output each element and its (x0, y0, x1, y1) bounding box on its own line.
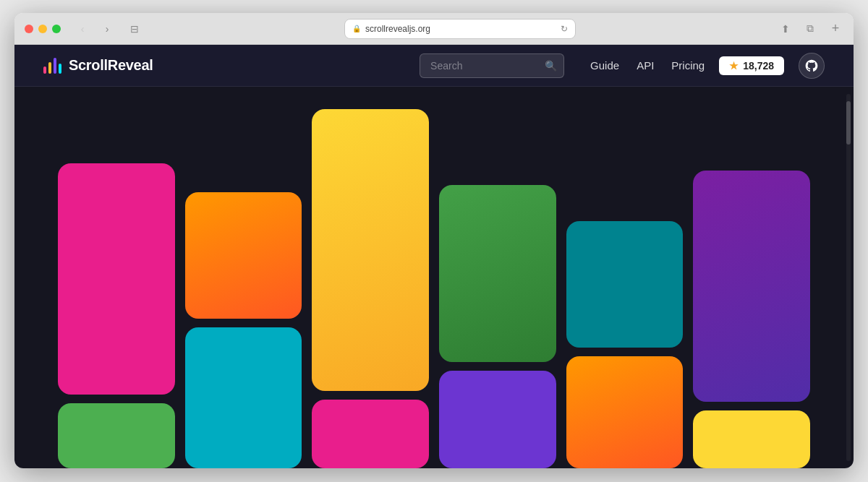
share-icon: ⬆ (781, 23, 790, 35)
color-block-green-1 (58, 403, 175, 468)
share-button[interactable]: ⬆ (775, 21, 796, 37)
color-block-purple-1 (439, 371, 556, 468)
scrollbar-thumb[interactable] (846, 101, 851, 145)
search-wrapper: 🔍 (420, 53, 564, 78)
star-icon: ★ (729, 60, 739, 72)
lock-icon: 🔒 (352, 25, 361, 33)
nav-link-guide[interactable]: Guide (590, 59, 619, 72)
color-block-yellow-2 (693, 410, 810, 468)
sidebar-toggle-button[interactable]: ⊟ (124, 21, 145, 37)
minimize-button[interactable] (38, 25, 47, 33)
sidebar-icon: ⊟ (130, 23, 139, 35)
color-block-pink-2 (312, 400, 429, 468)
github-button[interactable] (799, 53, 825, 79)
color-block-orange-1 (185, 192, 302, 319)
block-column-3 (312, 109, 429, 468)
color-block-yellow-1 (312, 109, 429, 391)
color-block-orange-2 (566, 356, 684, 468)
traffic-lights (25, 25, 61, 33)
site-navbar: ScrollReveal 🔍 Guide API Pricing ★ 18,72… (14, 45, 854, 87)
block-column-4 (439, 185, 556, 468)
site-main (14, 87, 854, 468)
browser-window: ‹ › ⊟ 🔒 scrollrevealjs.org ↻ ⬆ ⧉ (14, 13, 854, 468)
url-text: scrollrevealjs.org (365, 24, 430, 34)
stars-button[interactable]: ★ 18,728 (719, 56, 784, 75)
duplicate-icon: ⧉ (807, 22, 814, 35)
maximize-button[interactable] (52, 25, 61, 33)
block-column-6 (693, 171, 810, 468)
forward-button[interactable]: › (97, 21, 117, 37)
nav-link-api[interactable]: API (637, 59, 654, 72)
logo-icon (43, 58, 61, 74)
color-block-teal-2 (566, 221, 684, 348)
nav-links: Guide API Pricing (590, 59, 705, 72)
block-column-2 (185, 192, 302, 468)
reload-icon[interactable]: ↻ (561, 24, 568, 34)
logo-link[interactable]: ScrollReveal (43, 57, 153, 74)
block-column-1 (58, 163, 175, 468)
github-icon (804, 59, 819, 73)
forward-icon: › (106, 23, 109, 35)
back-button[interactable]: ‹ (72, 21, 93, 37)
color-block-purple-2 (693, 171, 810, 402)
logo-bar-3 (54, 58, 56, 74)
logo-bar-4 (59, 64, 61, 74)
color-block-pink-1 (58, 163, 175, 395)
logo-bar-1 (43, 66, 46, 74)
new-tab-icon: + (832, 21, 840, 36)
nav-link-pricing[interactable]: Pricing (671, 59, 705, 72)
website-content: ScrollReveal 🔍 Guide API Pricing ★ 18,72… (14, 45, 854, 468)
browser-titlebar: ‹ › ⊟ 🔒 scrollrevealjs.org ↻ ⬆ ⧉ (14, 13, 854, 45)
color-block-green-2 (439, 185, 556, 362)
logo-bar-2 (48, 62, 51, 74)
block-column-5 (566, 221, 684, 468)
search-icon: 🔍 (545, 60, 557, 72)
duplicate-button[interactable]: ⧉ (800, 21, 820, 37)
address-bar-wrapper: 🔒 scrollrevealjs.org ↻ (152, 19, 768, 39)
new-tab-button[interactable]: + (827, 21, 843, 37)
search-button[interactable]: 🔍 (545, 60, 557, 72)
address-bar[interactable]: 🔒 scrollrevealjs.org ↻ (344, 19, 576, 39)
stars-count: 18,728 (743, 60, 774, 72)
scrollbar[interactable] (846, 94, 851, 461)
search-input[interactable] (420, 53, 564, 78)
back-icon: ‹ (81, 23, 85, 35)
close-button[interactable] (25, 25, 33, 33)
color-block-teal-1 (185, 327, 302, 468)
blocks-grid (58, 104, 810, 468)
browser-actions: ⬆ ⧉ (775, 21, 820, 37)
logo-text: ScrollReveal (69, 57, 153, 74)
nav-buttons: ‹ › (72, 21, 117, 37)
